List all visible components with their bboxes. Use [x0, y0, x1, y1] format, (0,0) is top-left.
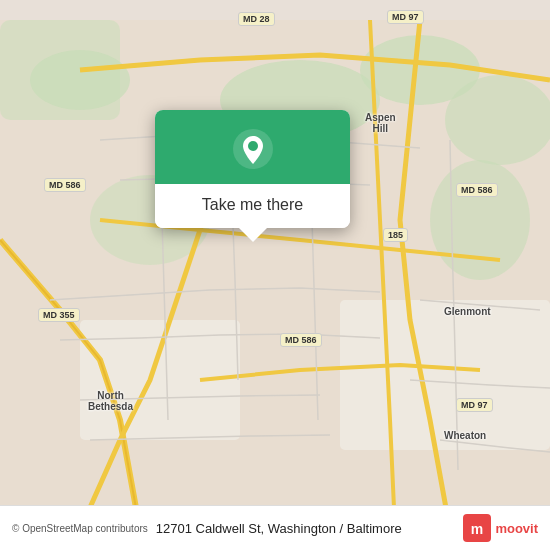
location-pin-icon — [232, 128, 274, 170]
svg-point-5 — [430, 160, 530, 280]
road-label-md97-bot: MD 97 — [456, 398, 493, 412]
take-me-there-button[interactable]: Take me there — [155, 184, 350, 228]
place-label-aspen-hill: AspenHill — [365, 112, 396, 134]
place-label-north-bethesda: NorthBethesda — [88, 390, 133, 412]
road-label-md355: MD 355 — [38, 308, 80, 322]
road-label-md28-top: MD 28 — [238, 12, 275, 26]
svg-point-6 — [445, 75, 550, 165]
bottom-bar: © OpenStreetMap contributors 12701 Caldw… — [0, 505, 550, 550]
road-label-md586-mid: MD 586 — [280, 333, 322, 347]
road-label-md586-right: MD 586 — [456, 183, 498, 197]
moovit-icon: m — [463, 514, 491, 542]
place-label-wheaton: Wheaton — [444, 430, 486, 441]
moovit-text: moovit — [495, 521, 538, 536]
popup-header — [155, 110, 350, 184]
road-label-md97-top: MD 97 — [387, 10, 424, 24]
road-label-185: 185 — [383, 228, 408, 242]
road-label-md586-left: MD 586 — [44, 178, 86, 192]
place-label-glenmont: Glenmont — [444, 306, 491, 317]
svg-point-11 — [248, 141, 258, 151]
svg-text:m: m — [471, 521, 483, 537]
map-attribution: © OpenStreetMap contributors — [12, 523, 148, 534]
svg-rect-9 — [340, 300, 550, 450]
address-label: 12701 Caldwell St, Washington / Baltimor… — [156, 521, 464, 536]
map-container: MD 28 MD 97 MD 586 185 MD 355 MD 586 MD … — [0, 0, 550, 550]
popup-card[interactable]: Take me there — [155, 110, 350, 228]
moovit-logo: m moovit — [463, 514, 538, 542]
map-background — [0, 0, 550, 550]
